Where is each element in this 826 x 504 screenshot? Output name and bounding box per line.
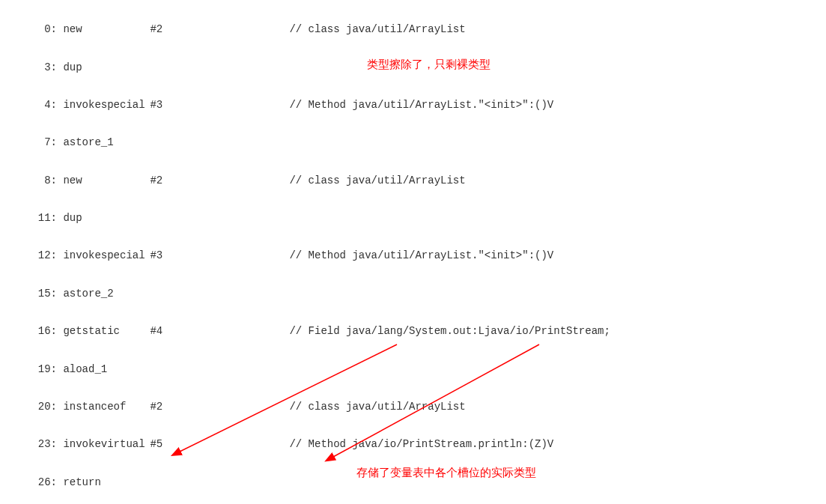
offset: 4: [22,96,57,115]
offset: 16: [22,322,57,341]
comment: // Method java/util/ArrayList."<init>":(… [289,96,553,115]
bytecode-row: 20: instanceof#2// class java/util/Array… [0,398,826,416]
opcode: new [63,171,150,190]
comment: // Field java/lang/System.out:Ljava/io/P… [289,322,610,341]
offset: 12: [22,246,57,265]
offset: 20: [22,398,57,416]
opcode: astore_2 [63,285,113,303]
bytecode-row: 8: new#2// class java/util/ArrayList [0,171,826,190]
offset: 19: [22,360,57,379]
comment: // Method java/io/PrintStream.println:(Z… [289,435,553,454]
bytecode-listing: 0: new#2// class java/util/ArrayList 3: … [0,1,826,504]
bytecode-row: 0: new#2// class java/util/ArrayList [0,20,826,39]
offset: 3: [22,58,57,77]
opcode: dup [63,58,82,77]
bytecode-row: 11: dup [0,209,826,228]
opcode: return [63,473,100,492]
comment: // Method java/util/ArrayList."<init>":(… [289,246,553,265]
offset: 26: [22,473,57,492]
offset: 23: [22,435,57,454]
bytecode-row: 15: astore_2 [0,285,826,303]
operand: #2 [150,398,289,416]
operand: #2 [150,171,289,190]
bytecode-row: 19: aload_1 [0,360,826,379]
operand: #3 [150,246,289,265]
opcode: getstatic [63,322,150,341]
comment: // class java/util/ArrayList [289,20,465,39]
offset: 15: [22,285,57,303]
operand: #4 [150,322,289,341]
opcode: new [63,20,150,39]
bytecode-row: 7: astore_1 [0,133,826,152]
offset: 0: [22,20,57,39]
opcode: aload_1 [63,360,107,379]
comment: // class java/util/ArrayList [289,398,465,416]
opcode: invokevirtual [63,435,150,454]
bytecode-row: 4: invokespecial#3// Method java/util/Ar… [0,96,826,115]
offset: 8: [22,171,57,190]
opcode: dup [63,209,82,228]
bytecode-row: 23: invokevirtual#5// Method java/io/Pri… [0,435,826,454]
opcode: invokespecial [63,96,150,115]
bytecode-row: 12: invokespecial#3// Method java/util/A… [0,246,826,265]
opcode: invokespecial [63,246,150,265]
annotation-slot-types: 存储了变量表中各个槽位的实际类型 [356,462,536,482]
operand: #2 [150,20,289,39]
operand: #5 [150,435,289,454]
comment: // class java/util/ArrayList [289,171,465,190]
offset: 7: [22,133,57,152]
bytecode-row: 16: getstatic#4// Field java/lang/System… [0,322,826,341]
operand: #3 [150,96,289,115]
opcode: astore_1 [63,133,113,152]
annotation-type-erasure: 类型擦除了，只剩裸类型 [367,54,491,74]
opcode: instanceof [63,398,150,416]
offset: 11: [22,209,57,228]
